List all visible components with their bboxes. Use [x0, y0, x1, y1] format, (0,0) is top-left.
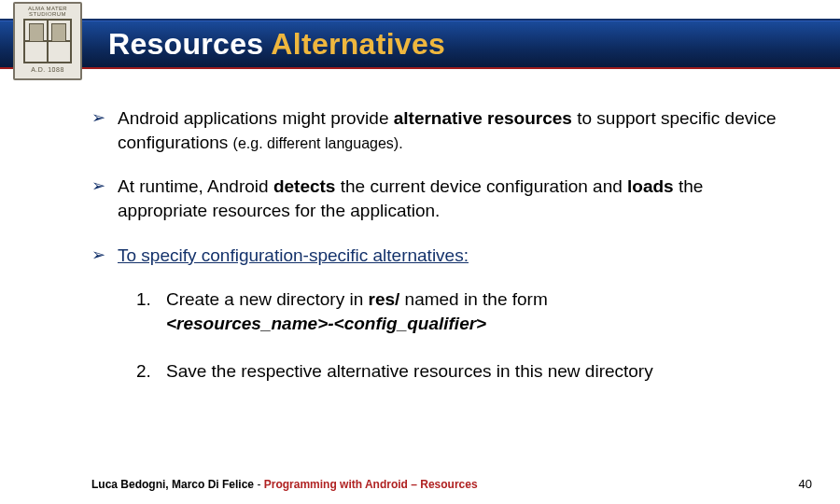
step-1-number: 1.: [136, 287, 166, 335]
footer-authors: Luca Bedogni, Marco Di Felice: [91, 478, 254, 491]
step-1-text: Create a new directory in res/ named in …: [166, 287, 790, 335]
slide-body: ➢ Android applications might provide alt…: [0, 73, 840, 384]
bullet-1-text: Android applications might provide alter…: [118, 106, 790, 154]
header-band: Resources Alternatives: [0, 21, 840, 69]
slide-header: Resources Alternatives ALMA MATER STUDIO…: [0, 0, 840, 73]
s1-b: res/: [369, 289, 400, 309]
slide-title: Resources Alternatives: [108, 27, 445, 62]
s1-c: named in the form: [399, 289, 547, 309]
bullet-1: ➢ Android applications might provide alt…: [91, 106, 790, 154]
bullet-2-text: At runtime, Android detects the current …: [118, 175, 790, 222]
footer-sep: -: [254, 478, 264, 491]
bullet-3-text: To specify configuration-specific altern…: [118, 244, 790, 268]
b1-d: (e.g. different languages).: [233, 135, 403, 151]
b1-a: Android applications might provide: [118, 108, 394, 128]
b2-c: the current device configuration and: [335, 176, 627, 196]
bullet-3: ➢ To specify configuration-specific alte…: [91, 244, 790, 268]
step-2: 2. Save the respective alternative resou…: [136, 359, 790, 384]
b1-b: alternative resources: [394, 108, 572, 128]
bullet-2: ➢ At runtime, Android detects the curren…: [91, 175, 790, 222]
chevron-right-icon: ➢: [91, 244, 118, 268]
s1-a: Create a new directory in: [166, 289, 369, 309]
chevron-right-icon: ➢: [91, 106, 118, 154]
title-part1: Resources: [108, 27, 271, 61]
step-1: 1. Create a new directory in res/ named …: [136, 287, 790, 335]
header-top-strip: [0, 0, 840, 21]
footer-attribution: Luca Bedogni, Marco Di Felice - Programm…: [91, 478, 478, 491]
step-2-text: Save the respective alternative resource…: [166, 359, 790, 384]
step-2-number: 2.: [136, 359, 166, 384]
steps-list: 1. Create a new directory in res/ named …: [136, 287, 790, 384]
university-logo: ALMA MATER STUDIORUM A.D. 1088: [13, 2, 82, 80]
slide-footer: Luca Bedogni, Marco Di Felice - Programm…: [0, 477, 840, 491]
footer-course: Programming with Android – Resources: [264, 478, 478, 491]
chevron-right-icon: ➢: [91, 175, 118, 222]
b2-d: loads: [627, 176, 674, 196]
logo-top-text: ALMA MATER STUDIORUM: [15, 6, 80, 17]
s1-d: <resources_name>-<config_qualifier>: [166, 314, 486, 333]
logo-year-text: A.D. 1088: [31, 66, 64, 73]
logo-crest-icon: [23, 19, 72, 63]
b2-b: detects: [273, 176, 336, 196]
b2-a: At runtime, Android: [118, 176, 273, 196]
title-part2: Alternatives: [271, 27, 445, 61]
page-number: 40: [799, 477, 812, 491]
